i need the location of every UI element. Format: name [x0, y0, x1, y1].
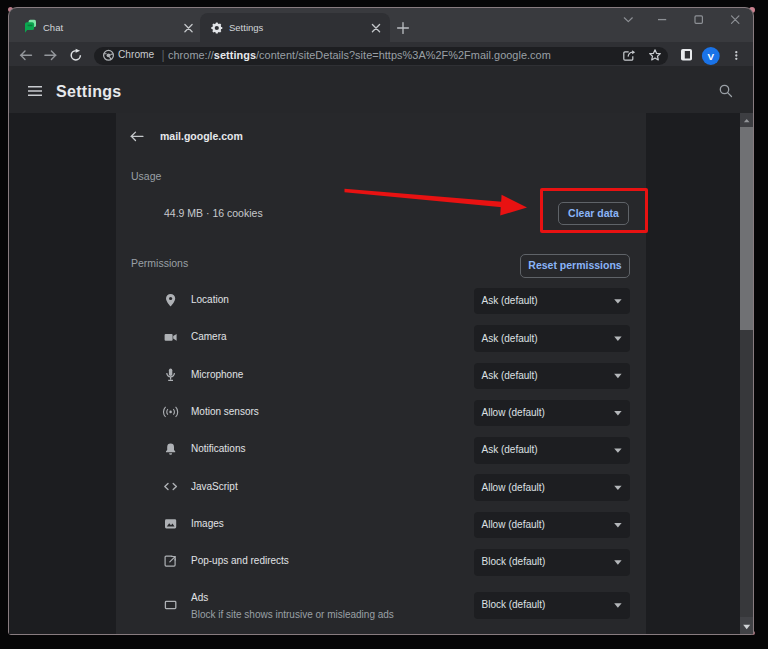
svg-text:V: V [708, 51, 715, 62]
